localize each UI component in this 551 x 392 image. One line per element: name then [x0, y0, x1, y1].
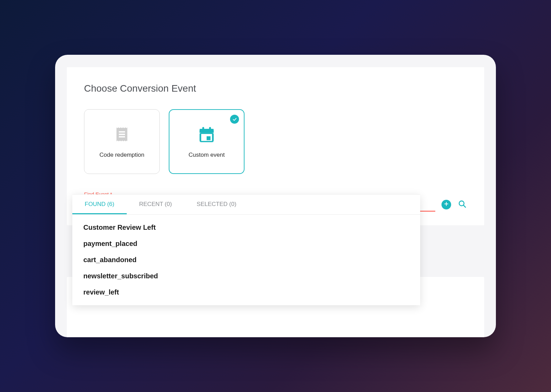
check-icon: [230, 115, 239, 124]
event-card-label: Custom event: [189, 152, 225, 158]
plus-icon: [444, 201, 449, 208]
event-results-dropdown: FOUND (6) RECENT (0) SELECTED (0) Custom…: [72, 194, 420, 305]
tab-selected[interactable]: SELECTED (0): [184, 195, 249, 214]
results-list: Customer Review Left payment_placed cart…: [72, 215, 420, 305]
svg-rect-14: [200, 131, 214, 133]
app-canvas: Choose Conversion Event Code redemption: [55, 55, 496, 337]
event-card-label: Code redemption: [100, 152, 144, 158]
calendar-icon: [197, 125, 216, 144]
search-button[interactable]: [457, 200, 467, 209]
svg-rect-19: [209, 127, 211, 131]
result-item[interactable]: payment_placed: [72, 236, 420, 252]
tab-recent[interactable]: RECENT (0): [127, 195, 184, 214]
event-card-code-redemption[interactable]: Code redemption: [84, 109, 160, 174]
receipt-icon: [113, 125, 131, 144]
result-item[interactable]: cart_abandoned: [72, 252, 420, 268]
svg-rect-18: [202, 127, 204, 131]
add-event-button[interactable]: [441, 200, 451, 209]
page-title: Choose Conversion Event: [84, 83, 467, 94]
svg-line-21: [464, 205, 466, 207]
search-icon: [458, 199, 467, 210]
svg-rect-17: [207, 136, 210, 140]
tab-found[interactable]: FOUND (6): [72, 195, 127, 214]
result-item[interactable]: review_left: [72, 284, 420, 300]
event-type-selector: Code redemption: [84, 109, 467, 174]
svg-rect-0: [119, 131, 125, 133]
result-item[interactable]: newsletter_subscribed: [72, 268, 420, 284]
svg-rect-1: [119, 134, 125, 135]
event-card-custom-event[interactable]: Custom event: [169, 109, 245, 174]
result-item[interactable]: Customer Review Left: [72, 219, 420, 236]
svg-rect-2: [119, 136, 125, 137]
results-tabs: FOUND (6) RECENT (0) SELECTED (0): [72, 195, 420, 215]
